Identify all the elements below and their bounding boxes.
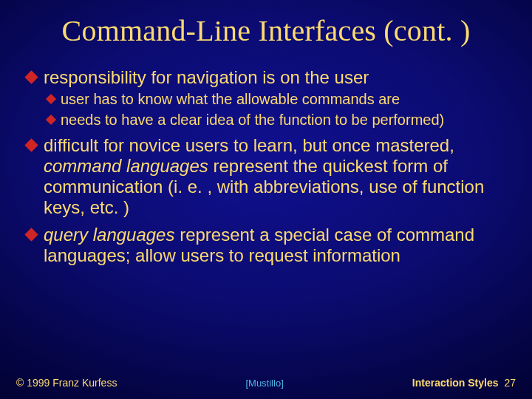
bullet-text: needs to have a clear idea of the functi… (61, 112, 505, 129)
bullet-diamond-icon (46, 94, 56, 104)
bullet-diamond-icon (46, 115, 56, 125)
bullet-level2: needs to have a clear idea of the functi… (47, 112, 505, 129)
slide-footer: © 1999 Franz Kurfess [Mustillo] Interact… (0, 377, 532, 389)
page-indicator: Interaction Styles 27 (412, 377, 516, 389)
bullet-diamond-icon (24, 228, 38, 241)
bullet-level1: responsibility for navigation is on the … (27, 67, 505, 88)
copyright-text: © 1999 Franz Kurfess (16, 377, 117, 389)
text-emphasis: command languages (44, 156, 208, 176)
slide: Command-Line Interfaces (cont. ) respons… (0, 0, 532, 399)
page-number: 27 (504, 377, 516, 389)
slide-body: responsibility for navigation is on the … (0, 48, 532, 266)
bullet-diamond-icon (24, 138, 38, 151)
text-emphasis: query languages (44, 225, 174, 245)
bullet-level2: user has to know what the allowable comm… (47, 91, 505, 109)
bullet-level1: query languages represent a special case… (27, 225, 505, 267)
bullet-text: responsibility for navigation is on the … (44, 67, 505, 88)
bullet-level1: difficult for novice users to learn, but… (27, 135, 505, 219)
text-run: difficult for novice users to learn, but… (44, 135, 454, 155)
bullet-diamond-icon (24, 70, 38, 83)
bullet-text: query languages represent a special case… (44, 225, 505, 267)
slide-title: Command-Line Interfaces (cont. ) (0, 0, 532, 48)
bullet-text: difficult for novice users to learn, but… (44, 135, 505, 219)
bullet-text: user has to know what the allowable comm… (61, 91, 505, 109)
citation-text: [Mustillo] (245, 378, 283, 389)
section-name: Interaction Styles (412, 377, 499, 389)
